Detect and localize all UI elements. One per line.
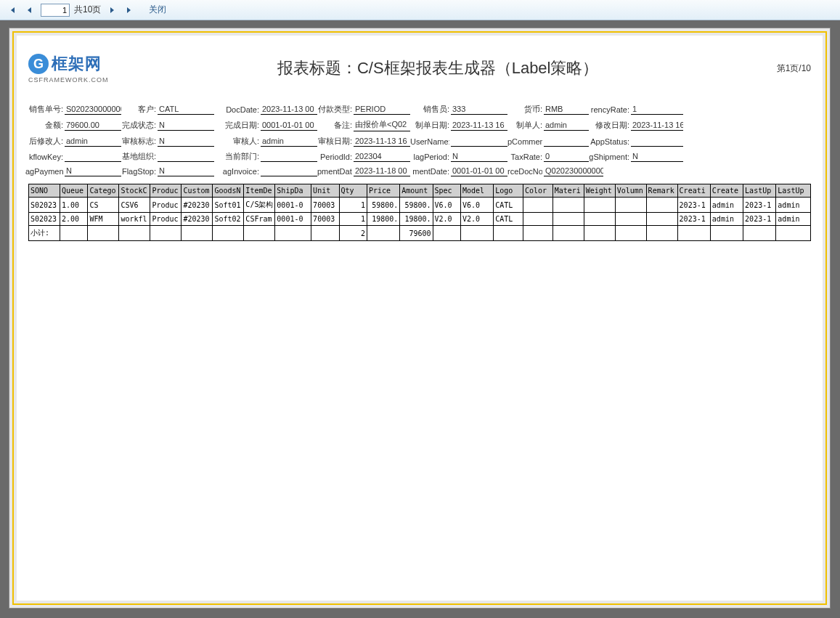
field-value: admin: [544, 121, 589, 131]
logo-text: 框架网: [52, 53, 102, 75]
field-value: N: [158, 121, 214, 131]
column-header: Materi: [552, 184, 584, 198]
prev-page-button[interactable]: [23, 4, 36, 17]
column-header: StockC: [119, 184, 150, 198]
field-label: 销售单号:: [25, 104, 63, 115]
column-header: Volumn: [615, 184, 646, 198]
form-field: 付款类型:PERIOD: [317, 104, 410, 115]
column-header: Model: [460, 184, 493, 198]
form-field: 完成状态:N: [121, 119, 214, 131]
field-label: AppStatus:: [589, 137, 629, 146]
field-label: 付款类型:: [317, 104, 352, 115]
form-field: UserName:: [410, 136, 507, 147]
field-label: 制单人:: [507, 120, 542, 131]
field-label: 备注:: [317, 120, 352, 131]
field-value: 0001-01-01 00: [261, 121, 317, 131]
field-value: S0202300000000: [65, 105, 121, 115]
field-label: 审核日期:: [317, 136, 352, 147]
form-field: 客户:CATL: [121, 104, 214, 115]
form-field: rceDocNo:Q020230000000: [507, 166, 603, 176]
page-indicator: 第1页/10: [767, 62, 811, 75]
field-value: N: [158, 137, 214, 147]
form-field: 修改日期:2023-11-13 16: [589, 119, 683, 131]
form-field: pComment:: [507, 136, 589, 147]
field-value: N: [451, 152, 507, 162]
field-label: 制单日期:: [410, 120, 449, 131]
column-header: Queue: [60, 184, 87, 198]
column-header: SONO: [29, 184, 60, 198]
field-label: lagPeriod:: [410, 153, 449, 161]
column-header: Catego: [88, 184, 119, 198]
column-header: Remark: [646, 184, 677, 198]
next-page-button[interactable]: [105, 4, 118, 17]
field-label: kflowKey:: [25, 153, 63, 161]
column-header: Produc: [150, 184, 182, 198]
column-header: GoodsN: [213, 184, 244, 198]
field-value: [631, 137, 683, 147]
field-label: UserName:: [410, 137, 449, 146]
field-label: gShipment:: [589, 153, 629, 161]
total-pages-label: 共10页: [74, 4, 101, 16]
form-field: 后修改人:admin: [25, 136, 121, 147]
column-header: Spec: [433, 184, 460, 198]
field-value: N: [631, 152, 683, 162]
form-field: 完成日期:0001-01-01 00: [214, 119, 317, 131]
table-row: S020232.00WFMworkflProduc#20230Soft02CSF…: [29, 213, 811, 226]
field-value: 2023-11-18 00: [354, 166, 410, 176]
field-label: rceDocNo:: [507, 167, 542, 176]
form-field: gShipment:N: [589, 151, 683, 162]
field-label: mentDate:: [410, 167, 449, 176]
form-field: AppStatus:: [589, 136, 683, 147]
column-header: ItemDe: [244, 184, 275, 198]
field-value: 333: [451, 105, 507, 115]
form-field: DocDate:2023-11-13 00: [214, 104, 317, 115]
field-label: 金额:: [25, 120, 63, 131]
field-value: [65, 152, 121, 162]
field-label: pmentDate:: [317, 167, 352, 176]
field-label: rencyRate:: [589, 105, 629, 114]
field-label: 客户:: [121, 104, 156, 115]
field-value: 1: [631, 105, 683, 115]
field-value: admin: [65, 137, 121, 147]
field-value: PERIOD: [354, 105, 410, 115]
field-label: 修改日期:: [589, 120, 629, 131]
column-header: Unit: [311, 184, 339, 198]
logo-icon: G: [28, 54, 49, 74]
form-field: TaxRate:0: [507, 151, 589, 162]
field-value: 79600.00: [65, 121, 121, 131]
field-label: PeriodId:: [317, 153, 352, 161]
field-value: RMB: [544, 105, 589, 115]
form-field: 当前部门:: [214, 151, 317, 162]
form-field: 销售员:333: [410, 104, 507, 115]
column-header: Price: [367, 184, 400, 198]
last-page-button[interactable]: [123, 4, 136, 17]
subtotal-row: 小计:279600: [29, 226, 811, 241]
form-field: rencyRate:1: [589, 104, 683, 115]
field-label: 基地组织:: [121, 151, 156, 162]
field-value: N: [158, 166, 214, 176]
form-field: FlagStop:N: [121, 166, 214, 176]
form-field: lagPeriod:N: [410, 151, 507, 162]
form-field: 金额:79600.00: [25, 119, 121, 131]
form-field: pmentDate:2023-11-18 00: [317, 166, 410, 176]
field-value: Q020230000000: [544, 166, 603, 176]
logo-subtitle: CSFRAMEWORK.COM: [28, 76, 109, 84]
report-page: G 框架网 CSFRAMEWORK.COM 报表标题：C/S框架报表生成器（La…: [17, 36, 823, 601]
column-header: Logo: [494, 184, 523, 198]
field-value: 2023-11-13 16: [354, 137, 410, 147]
form-field: 制单人:admin: [507, 119, 589, 131]
field-label: 完成状态:: [121, 120, 156, 131]
column-header: ShipDa: [275, 184, 311, 198]
field-value: 2023-11-13 00: [261, 105, 317, 115]
field-label: DocDate:: [214, 105, 259, 114]
column-header: Amount: [400, 184, 433, 198]
field-label: 完成日期:: [214, 120, 259, 131]
close-button[interactable]: 关闭: [149, 4, 166, 16]
data-grid: SONOQueueCategoStockCProducCustomGoodsNI…: [28, 184, 811, 241]
first-page-button[interactable]: [6, 4, 19, 17]
table-row: S020231.00CSCSV6Produc#20230Soft01C/S架构0…: [29, 198, 811, 213]
page-number-input[interactable]: [41, 4, 70, 17]
field-value: [261, 166, 317, 176]
column-header: Color: [523, 184, 552, 198]
field-label: 审核标志:: [121, 136, 156, 147]
